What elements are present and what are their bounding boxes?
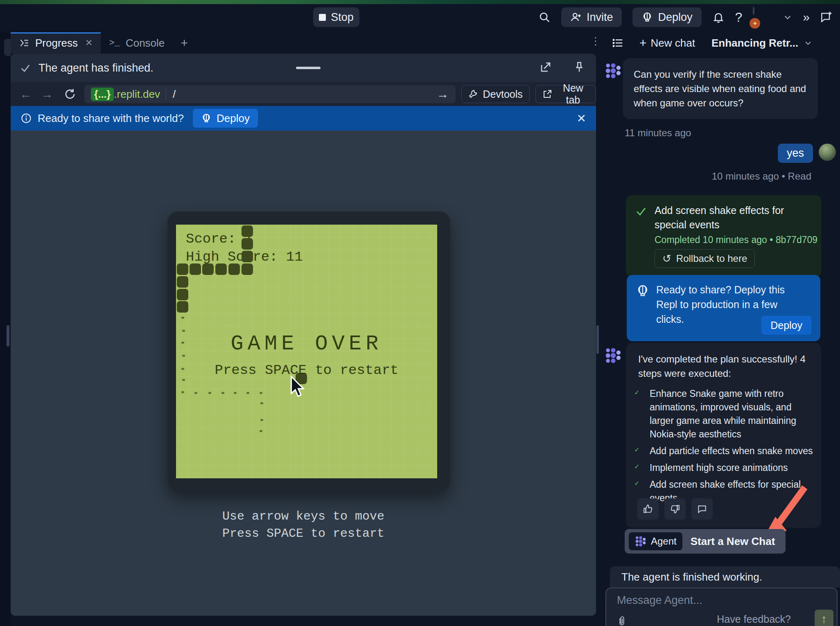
particle-dot <box>260 402 263 404</box>
message-composer: Have feedback? ↑ <box>605 588 838 626</box>
add-tab-button[interactable]: + <box>173 32 196 54</box>
particle-dot <box>246 392 249 394</box>
snake-segment <box>177 263 188 275</box>
divider-dots-handle[interactable]: ⋮ <box>590 38 601 44</box>
instructions-line-1: Use arrow keys to move <box>11 508 596 525</box>
task-completed-meta: Completed 10 minutes ago • 8b77d709 <box>655 234 817 245</box>
nav-back-icon[interactable]: ← <box>20 87 32 101</box>
game-device-bezel: Score: 1 High Score: 11 GAME OVER Press … <box>167 212 450 491</box>
devtools-label: Devtools <box>483 88 523 100</box>
particle-dot <box>234 392 237 394</box>
stop-button[interactable]: Stop <box>313 7 359 27</box>
rollback-button[interactable]: ↺ Rollback to here <box>655 249 755 268</box>
pane-drag-handle[interactable] <box>296 67 321 69</box>
message-timestamp: 11 minutes ago <box>625 127 691 139</box>
chevron-down-icon <box>804 39 812 47</box>
console-tab-label: Console <box>126 37 165 50</box>
divider-drag-handle[interactable] <box>596 325 599 354</box>
progress-tab-label: Progress <box>35 37 78 50</box>
chat-header: + New chat Enhancing Retr... <box>600 32 840 54</box>
collapsed-left-panel <box>0 32 11 626</box>
collapsed-tab-fragment[interactable] <box>4 39 11 56</box>
top-bar: Stop Invite Deploy ? <box>0 4 840 32</box>
progress-tab-icon <box>19 38 29 48</box>
game-instructions: Use arrow keys to move Press SPACE to re… <box>11 508 596 542</box>
invite-button[interactable]: Invite <box>561 7 622 27</box>
agent-badge-label: Agent <box>651 536 677 547</box>
new-chat-label: New chat <box>651 37 695 50</box>
info-icon <box>20 113 32 124</box>
comment-plus-icon[interactable] <box>820 11 833 24</box>
agent-finished-status-bar: The agent is finished working. <box>610 566 840 588</box>
rollback-label: Rollback to here <box>676 253 747 264</box>
topbar-right-group: Invite Deploy ? ✦ » <box>538 6 833 29</box>
account-chevron-down-icon[interactable] <box>783 13 792 22</box>
url-input[interactable]: {...} .replit.dev / → <box>84 85 456 103</box>
invite-person-plus-icon <box>570 11 582 23</box>
tab-console[interactable]: >_ Console <box>101 32 173 54</box>
new-tab-button[interactable]: New tab <box>535 85 596 103</box>
chat-list-icon[interactable] <box>612 37 624 49</box>
user-message-bubble: yes <box>778 144 813 163</box>
devtools-button[interactable]: Devtools <box>461 85 530 103</box>
message-feedback-actions <box>637 498 713 520</box>
attachment-paperclip-icon[interactable] <box>616 615 628 626</box>
account-avatar[interactable]: ✦ <box>753 7 772 27</box>
comment-button[interactable] <box>691 498 713 520</box>
plan-item: ✓ Enhance Snake game with retro animatio… <box>634 387 814 441</box>
particle-dot <box>181 317 184 319</box>
wrench-icon <box>468 89 478 99</box>
have-feedback-link[interactable]: Have feedback? <box>717 613 791 625</box>
nav-forward-icon[interactable]: → <box>41 87 53 101</box>
snake-segment <box>242 263 253 275</box>
help-icon[interactable]: ? <box>735 10 743 25</box>
progress-tab-close-icon[interactable]: ✕ <box>85 38 93 48</box>
notifications-bell-icon[interactable] <box>712 11 725 23</box>
start-new-chat-label: Start a New Chat <box>691 535 775 548</box>
search-icon[interactable] <box>538 11 551 23</box>
url-go-icon[interactable]: → <box>437 87 449 101</box>
thumbs-up-button[interactable] <box>637 498 659 520</box>
deploy-parachute-icon <box>636 284 650 298</box>
masked-domain-chip: {...} <box>91 88 114 101</box>
external-link-icon <box>542 89 552 99</box>
deploy-button[interactable]: Deploy <box>632 7 701 27</box>
start-new-chat-button[interactable]: Agent Start a New Chat <box>625 529 786 554</box>
tab-progress[interactable]: Progress ✕ <box>11 32 101 54</box>
particle-dot <box>260 419 263 421</box>
banner-close-icon[interactable]: ✕ <box>577 112 586 125</box>
particle-dot <box>260 430 262 432</box>
console-tab-icon: >_ <box>109 38 120 48</box>
game-over-text: GAME OVER <box>176 332 437 356</box>
particle-dot <box>221 392 224 394</box>
snake-segment <box>215 263 227 275</box>
send-button[interactable]: ↑ <box>815 610 833 626</box>
agent-status-row: The agent has finished. <box>11 54 596 82</box>
chat-title-dropdown[interactable]: Enhancing Retr... <box>711 37 812 50</box>
domain-text: .replit.dev <box>114 88 160 101</box>
left-panel-drag-handle[interactable] <box>7 325 9 347</box>
deploy-parachute-icon <box>201 113 212 124</box>
preview-url-bar: ← → {...} .replit.dev / → Devtools <box>11 82 596 106</box>
snake-segment <box>177 276 188 288</box>
banner-deploy-button[interactable]: Deploy <box>193 109 258 128</box>
plan-item: ✓ Add particle effects when snake moves <box>634 444 814 458</box>
agent-message: Can you verify if the screen shake effec… <box>623 58 818 119</box>
check-icon: ✓ <box>634 387 644 441</box>
deploy-card-button[interactable]: Deploy <box>761 316 811 335</box>
deploy-label: Deploy <box>658 11 692 24</box>
new-chat-button[interactable]: + New chat <box>639 36 695 50</box>
open-in-new-pane-icon[interactable] <box>540 61 552 73</box>
message-agent-input[interactable] <box>617 594 822 607</box>
snake-game-screen[interactable]: Score: 1 High Score: 11 GAME OVER Press … <box>176 225 437 478</box>
replit-workspace-window: Stop Invite Deploy ? <box>0 0 840 626</box>
plan-checklist: ✓ Enhance Snake game with retro animatio… <box>634 387 814 508</box>
panel-divider[interactable]: ⋮ <box>596 32 600 626</box>
avatar-image <box>753 7 754 15</box>
pin-icon[interactable] <box>573 61 585 73</box>
banner-deploy-label: Deploy <box>217 112 250 125</box>
collapse-chevrons-icon[interactable]: » <box>803 10 809 24</box>
nav-refresh-icon[interactable] <box>64 88 76 100</box>
thumbs-down-button[interactable] <box>664 498 686 520</box>
agent-plan-message: I've completed the plan successfully! 4 … <box>626 343 821 528</box>
